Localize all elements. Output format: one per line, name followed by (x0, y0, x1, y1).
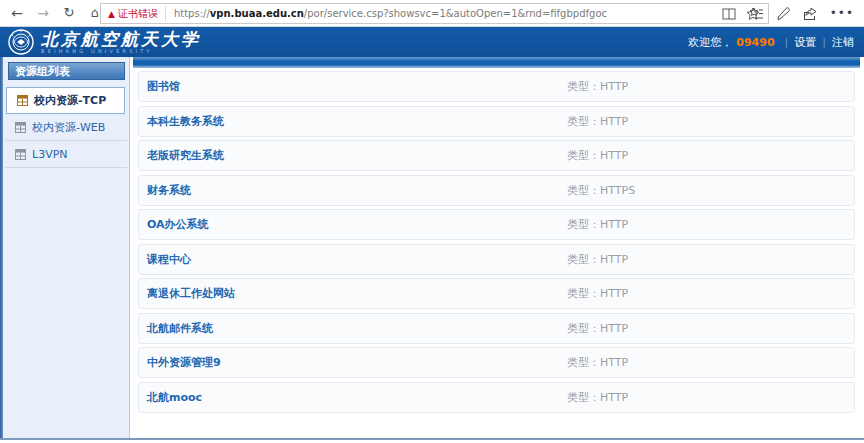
cert-warning-label: 证书错误 (118, 7, 158, 21)
resource-type-value: HTTP (600, 356, 628, 369)
resource-type: 类型：HTTP (567, 390, 628, 405)
forward-icon[interactable]: → (32, 0, 54, 26)
resource-row[interactable]: 北航邮件系统 类型：HTTP (138, 313, 855, 344)
url-domain: vpn.buaa.edu.cn (210, 8, 304, 19)
resource-type: 类型：HTTP (567, 79, 628, 94)
resource-row[interactable]: 老版研究生系统 类型：HTTP (138, 140, 855, 171)
resource-row[interactable]: 课程中心 类型：HTTP (138, 244, 855, 275)
portal-page: 资源组列表 校内资源-TCP 校内资源-WEB (0, 57, 864, 443)
resource-type-label: 类型： (567, 80, 600, 93)
resource-link[interactable]: 离退休工作处网站 (147, 286, 567, 301)
warning-triangle-icon: ▲ (108, 9, 115, 19)
resource-group-icon (15, 122, 26, 133)
resource-type: 类型：HTTP (567, 355, 628, 370)
resource-type-label: 类型： (567, 149, 600, 162)
content-top-bar (133, 57, 860, 68)
resource-type-value: HTTP (600, 391, 628, 404)
resource-link[interactable]: 财务系统 (147, 183, 567, 198)
resource-type-label: 类型： (567, 287, 600, 300)
resource-group-label: 校内资源-WEB (32, 120, 105, 135)
resource-list: 图书馆 类型：HTTP 本科生教务系统 类型：HTTP 老版研究生系统 类型：H… (133, 68, 860, 413)
resource-type: 类型：HTTPS (567, 183, 635, 198)
resource-row[interactable]: 本科生教务系统 类型：HTTP (138, 106, 855, 137)
resource-row[interactable]: 图书馆 类型：HTTP (138, 71, 855, 102)
resource-type: 类型：HTTP (567, 217, 628, 232)
resource-type-label: 类型： (567, 322, 600, 335)
url-scheme: https:// (174, 8, 210, 19)
resource-type-label: 类型： (567, 218, 600, 231)
welcome-label: 欢迎您， (688, 35, 732, 50)
resource-type-value: HTTP (600, 149, 628, 162)
resource-type: 类型：HTTP (567, 114, 628, 129)
resource-link[interactable]: 图书馆 (147, 79, 567, 94)
web-note-icon[interactable] (777, 7, 790, 20)
user-area: 欢迎您， 09490 | 设置 | 注销 (688, 27, 854, 57)
resource-type-value: HTTP (600, 80, 628, 93)
address-bar[interactable]: ▲ 证书错误 https://vpn.buaa.edu.cn/por/servi… (100, 3, 769, 24)
resource-group-label: L3VPN (32, 148, 68, 161)
university-logo[interactable] (8, 29, 34, 55)
resource-type-label: 类型： (567, 253, 600, 266)
reading-view-icon[interactable] (722, 8, 736, 20)
more-icon[interactable]: ••• (830, 6, 854, 20)
resource-type-label: 类型： (567, 356, 600, 369)
university-name-en: BEIHANG UNIVERSITY (41, 49, 201, 54)
site-header: 北京航空航天大学 BEIHANG UNIVERSITY 欢迎您， 09490 |… (0, 27, 864, 57)
resource-link[interactable]: 北航mooc (147, 390, 567, 405)
sidebar-resource-group-item[interactable]: 校内资源-WEB (5, 114, 127, 141)
resource-link[interactable]: 本科生教务系统 (147, 114, 567, 129)
hub-icon[interactable] (749, 7, 764, 20)
url-text[interactable]: https://vpn.buaa.edu.cn/por/service.csp?… (166, 8, 722, 19)
resource-row[interactable]: 北航mooc 类型：HTTP (138, 382, 855, 413)
back-icon[interactable]: ← (6, 0, 28, 26)
resource-type-value: HTTP (600, 322, 628, 335)
sidebar-title: 资源组列表 (8, 62, 125, 80)
header-separator: | (785, 36, 789, 49)
resource-row[interactable]: 离退休工作处网站 类型：HTTP (138, 278, 855, 309)
certificate-warning[interactable]: ▲ 证书错误 (101, 7, 165, 21)
user-id: 09490 (736, 36, 774, 49)
resource-row[interactable]: OA办公系统 类型：HTTP (138, 209, 855, 240)
university-name-cn: 北京航空航天大学 (41, 31, 201, 48)
bottom-frame-border (0, 438, 864, 440)
resource-type-label: 类型： (567, 391, 600, 404)
resource-link[interactable]: 老版研究生系统 (147, 148, 567, 163)
settings-link[interactable]: 设置 (794, 35, 816, 50)
logout-link[interactable]: 注销 (832, 35, 854, 50)
header-separator: | (822, 36, 826, 49)
share-icon[interactable] (803, 7, 817, 20)
resource-list-panel: 图书馆 类型：HTTP 本科生教务系统 类型：HTTP 老版研究生系统 类型：H… (133, 57, 860, 438)
resource-type-value: HTTP (600, 218, 628, 231)
browser-toolbar: ← → ↻ ⌂ ▲ 证书错误 https://vpn.buaa.edu.cn/p… (0, 0, 864, 27)
resource-row[interactable]: 中外资源管理9 类型：HTTP (138, 347, 855, 378)
url-path: /por/service.csp?showsvc=1&autoOpen=1&rn… (304, 8, 607, 19)
resource-link[interactable]: 北航邮件系统 (147, 321, 567, 336)
resource-type-label: 类型： (567, 115, 600, 128)
sidebar-resource-group-item[interactable]: L3VPN (5, 141, 127, 168)
resource-link[interactable]: OA办公系统 (147, 217, 567, 232)
resource-group-sidebar: 资源组列表 校内资源-TCP 校内资源-WEB (3, 57, 130, 438)
resource-link[interactable]: 课程中心 (147, 252, 567, 267)
resource-type: 类型：HTTP (567, 286, 628, 301)
resource-type-value: HTTP (600, 115, 628, 128)
resource-type-label: 类型： (567, 184, 600, 197)
refresh-icon[interactable]: ↻ (58, 0, 80, 26)
resource-type-value: HTTP (600, 287, 628, 300)
resource-type-value: HTTPS (600, 184, 635, 197)
resource-type-value: HTTP (600, 253, 628, 266)
resource-group-icon (15, 149, 26, 160)
resource-type: 类型：HTTP (567, 148, 628, 163)
resource-type: 类型：HTTP (567, 252, 628, 267)
resource-group-label: 校内资源-TCP (34, 93, 106, 108)
sidebar-resource-group-item[interactable]: 校内资源-TCP (6, 87, 125, 114)
resource-group-icon (17, 95, 28, 106)
resource-row[interactable]: 财务系统 类型：HTTPS (138, 175, 855, 206)
resource-link[interactable]: 中外资源管理9 (147, 355, 567, 370)
resource-type: 类型：HTTP (567, 321, 628, 336)
